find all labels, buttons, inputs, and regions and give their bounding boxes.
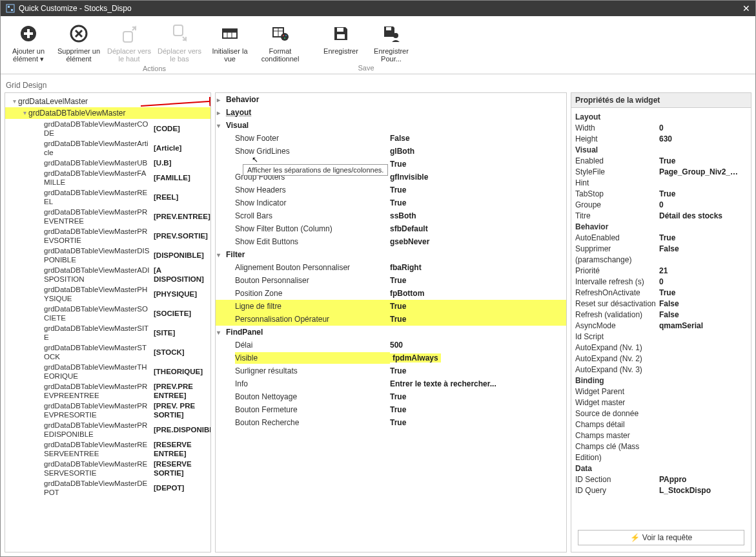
property-row[interactable]: Bouton FermetureTrue: [216, 403, 566, 416]
property-row[interactable]: Personnalisation OpérateurTrue: [216, 313, 566, 326]
widget-property-row[interactable]: Width0: [575, 123, 747, 134]
tree-column[interactable]: grdDataDBTableViewMasterPREDISPONIBLE[PR…: [5, 420, 210, 439]
save-button[interactable]: Enregistrer: [318, 20, 363, 63]
property-row[interactable]: Show IndicatorTrue: [216, 196, 566, 209]
conditional-format-button[interactable]: Format conditionnel: [258, 20, 303, 63]
widget-property-row[interactable]: Champs détail: [575, 419, 747, 430]
tree-column[interactable]: grdDataDBTableViewMasterRESERVESORTIE[RE…: [5, 459, 210, 478]
property-row[interactable]: Show FooterFalse: [216, 132, 566, 145]
widget-property-row[interactable]: Widget master: [575, 397, 747, 408]
property-row[interactable]: Bouton RechercheTrue: [216, 416, 566, 429]
property-row[interactable]: Ligne de filtreTrue: [216, 300, 566, 313]
property-row[interactable]: Surligner résultatsTrue: [216, 364, 566, 377]
widget-property-row[interactable]: Widget Parent: [575, 386, 747, 397]
property-row[interactable]: Scroll BarsssBoth: [216, 209, 566, 222]
tree-column[interactable]: grdDataDBTableViewMasterRESERVEENTREE[RE…: [5, 439, 210, 459]
init-view-button[interactable]: Initialiser la vue: [207, 20, 252, 63]
add-element-button[interactable]: Ajouter un élément ▾: [6, 20, 51, 63]
tree-column[interactable]: grdDataDBTableViewMasterTHEORIQUE[THEORI…: [5, 362, 210, 381]
tree-column[interactable]: grdDataDBTableViewMasterADISPOSITION[A D…: [5, 265, 210, 284]
widget-property-row[interactable]: Source de donnée: [575, 408, 747, 419]
widget-property-row[interactable]: Priorité21: [575, 266, 747, 277]
column-name: grdDataDBTableViewMasterPREVSORTIE: [44, 227, 154, 245]
widget-property-row[interactable]: Id Script: [575, 331, 747, 342]
tree-column[interactable]: grdDataDBTableViewMasterSOCIETE[SOCIETE]: [5, 304, 210, 323]
property-row[interactable]: Show GridLinesglBoth: [216, 145, 566, 158]
property-row[interactable]: Alignement Bouton PersonnaliserfbaRight: [216, 261, 566, 274]
tree-column[interactable]: grdDataDBTableViewMasterPREVENTREE[PREV.…: [5, 207, 210, 226]
widget-property-row[interactable]: Groupe0: [575, 200, 747, 211]
widget-property-row[interactable]: TabStopTrue: [575, 189, 747, 200]
move-down-button[interactable]: Déplacer vers le bas: [157, 20, 202, 63]
widget-property-row[interactable]: RefreshOnActivateTrue: [575, 288, 747, 299]
widget-property-row[interactable]: ID QueryL_StockDispo: [575, 485, 747, 496]
widget-property-row[interactable]: AsyncModeqmamSerial: [575, 321, 747, 331]
tree-column[interactable]: grdDataDBTableViewMasterPREVPREENTREE[PR…: [5, 381, 210, 401]
save-for-button[interactable]: Enregistrer Pour...: [369, 20, 414, 63]
tree-column[interactable]: grdDataDBTableViewMasterCODE[CODE]: [5, 119, 210, 138]
tree-column[interactable]: grdDataDBTableViewMasterREEL[REEL]: [5, 187, 210, 207]
property-row[interactable]: Show Filter Button (Column)sfbDefault: [216, 222, 566, 235]
widget-section: Behavior: [575, 222, 747, 233]
widget-property-row[interactable]: Intervalle refresh (s)0: [575, 277, 747, 288]
property-key: Alignement Bouton Personnaliser: [235, 262, 390, 273]
widget-property-row[interactable]: TitreDétail des stocks: [575, 211, 747, 222]
tree-column[interactable]: grdDataDBTableViewMasterFAMILLE[FAMILLE]: [5, 168, 210, 187]
tree-column[interactable]: grdDataDBTableViewMasterSITE[SITE]: [5, 323, 210, 342]
widget-property-row[interactable]: ID SectionPAppro: [575, 474, 747, 485]
tree-tableview[interactable]: ▾grdDataDBTableViewMaster: [5, 107, 210, 119]
column-name: grdDataDBTableViewMasterTHEORIQUE: [44, 363, 154, 381]
property-row[interactable]: Bouton PersonnaliserTrue: [216, 274, 566, 287]
section-layout[interactable]: ▸Layout: [216, 106, 566, 119]
property-row[interactable]: InfoEntrer le texte à rechercher...: [216, 377, 566, 390]
tree-column[interactable]: grdDataDBTableViewMasterDEPOT[DEPOT]: [5, 478, 210, 498]
section-behavior[interactable]: ▸Behavior: [216, 93, 566, 106]
delete-element-button[interactable]: Supprimer un élément: [56, 20, 101, 63]
tree-column[interactable]: grdDataDBTableViewMasterPHYSIQUE[PHYSIQU…: [5, 284, 210, 304]
property-row[interactable]: Show Edit ButtonsgsebNever: [216, 235, 566, 248]
widget-property-row[interactable]: AutoExpand (Nv. 2): [575, 353, 747, 364]
widget-property-row[interactable]: Refresh (validation)False: [575, 310, 747, 321]
column-name: grdDataDBTableViewMasterDISPONIBLE: [44, 246, 154, 264]
property-row[interactable]: VisiblefpdmAlways: [216, 352, 566, 364]
widget-prop-value: 0: [659, 200, 747, 211]
widget-prop-value: [659, 397, 747, 408]
property-row[interactable]: Délai500: [216, 339, 566, 352]
tree-column[interactable]: grdDataDBTableViewMasterPREVPRESORTIE[PR…: [5, 401, 210, 420]
widget-property-row[interactable]: Supprimer (paramschange)False: [575, 244, 747, 266]
tree-column[interactable]: grdDataDBTableViewMasterPREVSORTIE[PREV.…: [5, 226, 210, 246]
property-row[interactable]: Show HeadersTrue: [216, 184, 566, 196]
view-query-button[interactable]: ⚡Voir la requête: [578, 530, 744, 545]
tree-column[interactable]: grdDataDBTableViewMasterDISPONIBLE[DISPO…: [5, 246, 210, 265]
section-findpanel[interactable]: ▾FindPanel: [216, 326, 566, 339]
widget-property-row[interactable]: EnabledTrue: [575, 156, 747, 167]
property-key: Show Headers: [235, 184, 390, 196]
widget-prop-key: Priorité: [575, 266, 659, 277]
tree-column[interactable]: grdDataDBTableViewMasterArticle[Article]: [5, 138, 210, 158]
section-visual[interactable]: ▾Visual: [216, 119, 566, 132]
widget-prop-value: True: [659, 288, 747, 299]
tree-root[interactable]: ▾grdDataLevelMaster: [5, 96, 210, 107]
property-key: Show Edit Buttons: [235, 236, 390, 247]
widget-property-row[interactable]: AutoExpand (Nv. 3): [575, 364, 747, 375]
widget-property-row[interactable]: Champs master: [575, 430, 747, 441]
svg-point-21: [285, 35, 287, 36]
widget-property-row[interactable]: AutoEnabledTrue: [575, 233, 747, 244]
chevron-down-icon: ▾: [21, 108, 28, 118]
close-icon[interactable]: ✕: [742, 3, 750, 14]
tree-column[interactable]: grdDataDBTableViewMasterSTOCK[STOCK]: [5, 342, 210, 362]
widget-property-row[interactable]: StyleFilePage_Group_Niv2_…: [575, 167, 747, 178]
property-value: True: [390, 391, 564, 403]
property-row[interactable]: Position ZonefpBottom: [216, 287, 566, 300]
widget-property-row[interactable]: AutoExpand (Nv. 1): [575, 342, 747, 353]
tree-column[interactable]: grdDataDBTableViewMasterUB[U.B]: [5, 158, 210, 168]
move-up-button[interactable]: Déplacer vers le haut: [107, 20, 152, 63]
widget-property-row[interactable]: Height630: [575, 134, 747, 145]
property-row[interactable]: Bouton NettoyageTrue: [216, 390, 566, 403]
widget-property-row[interactable]: Champs clé (Mass Edition): [575, 441, 747, 463]
property-value: gsebNever: [390, 236, 564, 247]
widget-property-row[interactable]: Reset sur désactivationFalse: [575, 299, 747, 310]
section-filter[interactable]: ▾Filter: [216, 248, 566, 261]
widget-property-row[interactable]: Hint: [575, 178, 747, 189]
column-name: grdDataDBTableViewMasterFAMILLE: [44, 169, 154, 187]
